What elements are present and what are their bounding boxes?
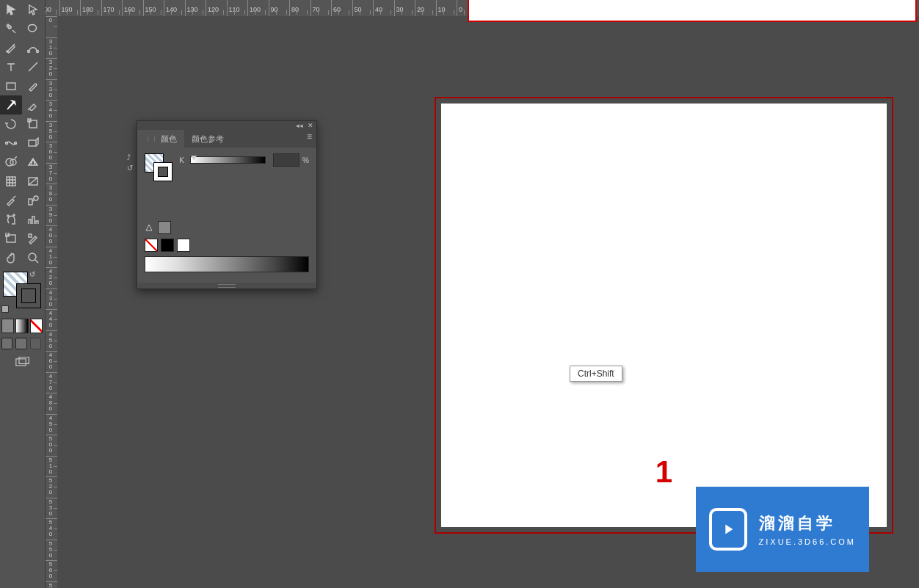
hand-tool[interactable] [0,248,22,267]
watermark-cn-text: 溜溜自学 [759,512,856,534]
watermark-play-icon [709,508,747,551]
svg-rect-22 [19,357,29,363]
pencil-tool[interactable] [0,95,22,115]
k-value-input[interactable] [273,153,299,167]
shape-builder-tool[interactable] [0,153,22,172]
mesh-tool[interactable] [0,172,22,191]
default-fill-stroke-icon[interactable] [1,305,9,313]
artboard-number-text: 1 [655,454,672,490]
keyboard-hint-tooltip: Ctrl+Shift [570,366,622,382]
ruler-vertical[interactable]: 03 1 03 2 03 3 03 4 03 5 03 6 03 7 03 8 … [46,16,58,588]
artboard-main[interactable]: 1 [435,97,893,534]
type-tool[interactable] [0,57,22,76]
watermark-en-text: ZIXUE.3D66.COM [759,537,856,546]
rotate-tool[interactable] [0,115,22,134]
color-mode-none[interactable] [30,319,43,333]
change-screen-mode-icon[interactable] [0,357,46,367]
magic-wand-tool[interactable] [0,19,22,38]
svg-point-0 [8,26,11,29]
eyedropper-tool[interactable] [0,191,22,210]
out-of-gamut-icon[interactable] [145,223,153,232]
stroke-swatch[interactable] [16,283,41,308]
percent-suffix: % [302,156,309,164]
white-swatch[interactable] [177,239,190,252]
curvature-tool[interactable] [22,38,44,57]
color-mode-gradient[interactable] [15,319,28,333]
selection-tool[interactable] [0,0,22,19]
tab-color[interactable]: ⋮⋮颜色 [137,130,184,148]
svg-point-15 [34,196,38,200]
width-tool[interactable] [0,134,22,153]
reset-panel-swatches-icon[interactable]: ↺ [127,164,133,174]
last-color-swatch[interactable] [158,221,171,234]
tab-color-guide[interactable]: 颜色参考 [184,130,231,148]
panel-collapse-icon[interactable]: ◂◂ [296,122,303,129]
grayscale-spectrum[interactable] [145,256,309,272]
paintbrush-tool[interactable] [22,76,44,95]
watermark: 溜溜自学 ZIXUE.3D66.COM [696,487,869,572]
perspective-grid-tool[interactable] [22,153,44,172]
none-swatch[interactable] [145,239,158,252]
toolbox: ↺ [0,0,46,588]
rectangle-tool[interactable] [0,76,22,95]
slice-tool[interactable] [22,229,44,248]
scale-tool[interactable] [22,115,44,134]
panel-resize-grip[interactable] [137,283,316,288]
swap-panel-swatches-icon[interactable]: ⤴ [127,153,133,164]
lasso-tool[interactable] [22,19,44,38]
zoom-tool[interactable] [22,248,44,267]
workspace: ↺ 20019018017016015014013012011010090807… [0,0,919,588]
svg-point-20 [29,253,36,261]
svg-point-16 [7,215,9,217]
graph-tool[interactable] [22,210,44,229]
swap-fill-stroke-icon[interactable]: ↺ [29,270,35,278]
svg-point-1 [7,51,8,52]
panel-menu-icon[interactable]: ≡ [302,130,316,148]
screen-mode-full[interactable] [15,338,26,349]
screen-mode-presentation[interactable] [30,338,41,349]
gradient-tool[interactable] [22,172,44,191]
svg-rect-14 [29,199,32,205]
free-transform-tool[interactable] [22,134,44,153]
symbol-sprayer-tool[interactable] [0,210,22,229]
blend-tool[interactable] [22,191,44,210]
svg-rect-21 [16,359,26,366]
k-slider[interactable] [190,156,266,164]
eraser-tool[interactable] [22,95,44,115]
artboard-partial-top[interactable] [468,0,917,22]
svg-point-2 [28,51,30,53]
panel-stroke-swatch[interactable] [153,162,172,181]
svg-rect-12 [7,177,15,186]
direct-selection-tool[interactable] [22,0,44,19]
black-swatch[interactable] [161,239,174,252]
color-panel[interactable]: ◂◂ ✕ ⋮⋮颜色 颜色参考 ≡ ⤴ ↺ [137,120,317,289]
k-slider-label: K [172,156,184,164]
pen-tool[interactable] [0,38,22,57]
line-tool[interactable] [22,57,44,76]
svg-point-8 [15,142,17,145]
panel-titlebar[interactable]: ◂◂ ✕ [137,121,316,130]
screen-mode-normal[interactable] [1,338,12,349]
artboard-tool[interactable] [0,229,22,248]
panel-close-icon[interactable]: ✕ [308,122,313,129]
svg-rect-4 [7,83,15,90]
color-mode-solid[interactable] [1,319,14,333]
color-panel-body: ⤴ ↺ K % [137,148,316,283]
svg-rect-9 [29,140,36,146]
svg-point-17 [13,214,15,216]
